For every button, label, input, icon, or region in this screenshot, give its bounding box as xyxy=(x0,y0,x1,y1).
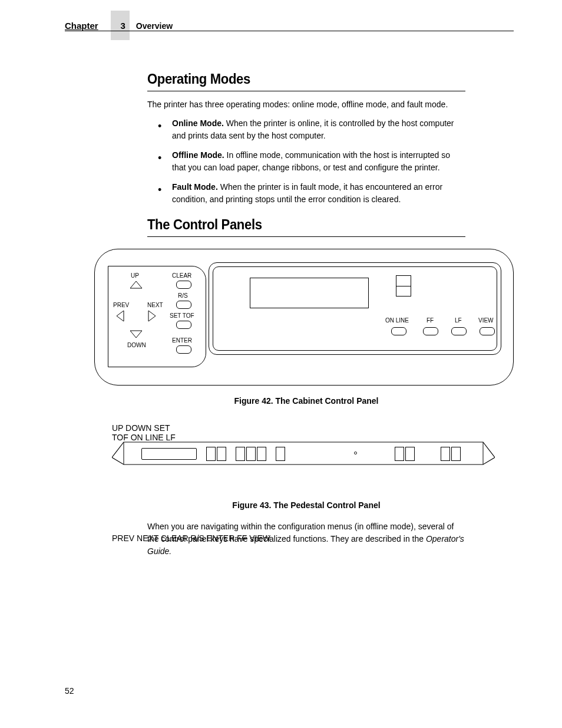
pedestal-key xyxy=(451,447,461,461)
label-down: DOWN xyxy=(127,342,146,348)
label-settof: SET TOF xyxy=(170,312,194,319)
label-prev: PREV xyxy=(113,302,129,308)
button-view-icon xyxy=(480,327,495,335)
label-enter: ENTER xyxy=(207,533,234,543)
led-indicator xyxy=(396,275,411,297)
page-header: Chapter 3 Overview xyxy=(65,21,173,31)
label-lf: LF xyxy=(455,317,462,324)
heading-operating-modes: Operating Modes xyxy=(147,71,440,87)
header-rule xyxy=(65,31,514,31)
label-clear: CLEAR xyxy=(172,272,191,279)
pedestal-key xyxy=(395,447,404,461)
label-view: VIEW xyxy=(249,533,270,543)
label-ff: FF xyxy=(237,533,247,543)
section-rule xyxy=(147,236,465,237)
cabinet-display-inner: ON LINE FF LF VIEW xyxy=(213,266,497,351)
pedestal-key xyxy=(276,447,285,461)
button-enter-icon xyxy=(176,345,191,354)
heading-control-panels: The Control Panels xyxy=(147,216,440,233)
button-rs-icon xyxy=(176,301,191,309)
label-up: UP xyxy=(131,272,139,279)
pedestal-key xyxy=(441,447,450,461)
arrow-left-icon xyxy=(116,310,124,323)
arrow-up-icon xyxy=(130,281,143,289)
arrow-down-icon xyxy=(130,330,143,340)
mode-list: Online Mode. When the printer is online,… xyxy=(147,117,465,206)
bullet-fault: Fault Mode. When the printer is in fault… xyxy=(147,181,465,206)
button-lf-icon xyxy=(451,327,467,335)
label-ff: FF xyxy=(427,317,434,324)
button-settof-icon xyxy=(176,321,191,329)
svg-marker-2 xyxy=(148,311,156,321)
svg-marker-3 xyxy=(130,331,142,338)
lcd-screen xyxy=(250,278,369,308)
pedestal-key xyxy=(405,447,415,461)
page-number: 52 xyxy=(65,686,74,696)
bullet-online: Online Mode. When the printer is online,… xyxy=(147,117,465,142)
label-prev: PREV xyxy=(112,533,134,543)
cabinet-keypad: UP PREV NEXT DOWN CLEAR R/S SET TOF ENTE… xyxy=(108,266,206,367)
pedestal-lcd xyxy=(141,448,197,460)
label-rs: R/S xyxy=(191,533,204,543)
button-clear-icon xyxy=(176,281,191,289)
intro-paragraph: The printer has three operating modes: o… xyxy=(147,98,465,110)
label-up: UP xyxy=(112,423,123,433)
label-enter: ENTER xyxy=(172,337,192,344)
svg-marker-0 xyxy=(130,281,142,288)
pedestal-key xyxy=(206,447,216,461)
arrow-right-icon xyxy=(148,310,156,323)
header-section: Overview xyxy=(136,21,173,31)
mode-title: Fault Mode. xyxy=(172,182,218,192)
pedestal-key xyxy=(217,447,226,461)
label-rs: R/S xyxy=(178,292,188,299)
section-rule xyxy=(147,91,465,91)
label-next: NEXT xyxy=(147,302,163,308)
pedestal-key xyxy=(236,447,245,461)
label-next: NEXT xyxy=(137,533,158,543)
label-online: ON LINE xyxy=(385,317,409,324)
chapter-label: Chapter xyxy=(65,21,98,31)
button-ff-icon xyxy=(423,327,438,335)
figure-pedestal-control-panel: UP DOWN SET TOF ON LINE LF xyxy=(112,423,495,483)
mode-title: Online Mode. xyxy=(172,118,224,128)
pedestal-body xyxy=(112,435,495,467)
button-online-icon xyxy=(391,327,406,335)
bullet-offline: Offline Mode. In offline mode, communica… xyxy=(147,149,465,174)
pedestal-key xyxy=(246,447,256,461)
cabinet-display: ON LINE FF LF VIEW xyxy=(209,262,501,355)
figure42-caption: Figure 42. The Cabinet Control Panel xyxy=(147,396,465,406)
label-down: DOWN xyxy=(125,423,151,433)
chapter-number: 3 xyxy=(121,21,125,31)
pedestal-key xyxy=(257,447,266,461)
mode-title: Offline Mode. xyxy=(172,150,224,160)
figure-cabinet-control-panel: UP PREV NEXT DOWN CLEAR R/S SET TOF ENTE… xyxy=(94,249,514,386)
label-clear: CLEAR xyxy=(161,533,189,543)
label-view: VIEW xyxy=(478,317,494,324)
svg-marker-1 xyxy=(117,311,124,321)
